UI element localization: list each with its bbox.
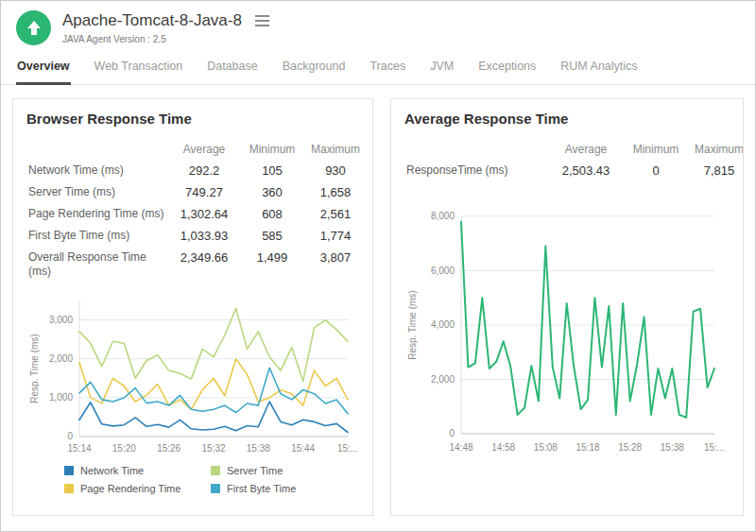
- metric-value: 105: [242, 161, 302, 180]
- metric-value: 2,561: [302, 204, 369, 224]
- table-corner-cell: [404, 140, 546, 159]
- x-tick-label: 15:08: [534, 442, 558, 453]
- x-tick-label: 15:14: [67, 443, 91, 454]
- y-tick-label: 0: [449, 428, 455, 438]
- row-label: Network Time (ms): [26, 161, 166, 180]
- metric-value: 585: [242, 226, 302, 246]
- row-label: Overall Response Time (ms): [26, 248, 166, 282]
- arrow-up-icon: [25, 19, 43, 38]
- browser-metrics-table: AverageMinimumMaximumNetwork Time (ms)29…: [26, 140, 372, 282]
- average-response-chart: 02,0004,0006,0008,00014:4814:5815:0815:1…: [404, 203, 728, 456]
- column-header: Maximum: [302, 140, 369, 159]
- x-tick-label: 15:32: [201, 443, 225, 454]
- y-tick-label: 3,000: [49, 315, 73, 325]
- y-tick-label: 1,000: [49, 392, 73, 403]
- metric-value: 749.27: [166, 182, 242, 202]
- browser-panel-title: Browser Response Time: [26, 111, 372, 127]
- x-tick-label: 14:48: [449, 442, 472, 453]
- page-title: Apache-Tomcat-8-Java-8: [62, 11, 242, 30]
- legend-label: First Byte Time: [227, 483, 296, 494]
- legend-swatch: [211, 466, 220, 475]
- metric-value: 1,658: [302, 182, 369, 202]
- tab-bar: OverviewWeb TransactionDatabaseBackgroun…: [1, 51, 755, 85]
- metric-value: 2,503.43: [546, 161, 626, 180]
- average-response-panel: Average Response Time AverageMinimumMaxi…: [390, 98, 744, 516]
- metric-value: 292.2: [166, 161, 242, 180]
- x-tick-label: 15:38: [247, 443, 270, 454]
- status-up-icon[interactable]: [16, 10, 51, 45]
- y-axis-label: Resp. Time (ms): [407, 290, 418, 359]
- metric-value: 608: [242, 204, 302, 224]
- row-label: Server Time (ms): [26, 182, 166, 202]
- tab-web-transaction[interactable]: Web Transaction: [94, 51, 184, 85]
- column-header: Minimum: [242, 140, 302, 159]
- tab-database[interactable]: Database: [206, 51, 259, 85]
- header-text: Apache-Tomcat-8-Java-8 JAVA Agent Versio…: [62, 10, 271, 44]
- series-line-first-byte-time: [79, 368, 348, 414]
- tab-jvm[interactable]: JVM: [429, 51, 455, 85]
- average-panel-title: Average Response Time: [404, 111, 743, 127]
- table-corner-cell: [26, 140, 166, 159]
- series-line-server-time: [79, 308, 348, 381]
- x-tick-label: 15:38: [661, 442, 684, 453]
- legend-item-server-time[interactable]: Server Time: [211, 465, 357, 476]
- x-tick-label: 15:18: [576, 442, 599, 453]
- metric-value: 0: [626, 161, 686, 180]
- metric-value: 360: [242, 182, 302, 202]
- tab-rum-analytics[interactable]: RUM Analytics: [559, 51, 638, 85]
- metric-value: 1,774: [302, 226, 369, 246]
- app-window: Apache-Tomcat-8-Java-8 JAVA Agent Versio…: [0, 0, 756, 532]
- metric-value: 7,815: [686, 161, 744, 180]
- content-area: Browser Response Time AverageMinimumMaxi…: [1, 85, 755, 531]
- column-header: Minimum: [626, 140, 686, 159]
- series-line-responsetime: [461, 222, 714, 418]
- browser-chart-legend: Network TimeServer TimePage Rendering Ti…: [64, 465, 372, 494]
- metric-value: 1,033.93: [166, 226, 242, 246]
- row-label: Page Rendering Time (ms): [26, 204, 166, 224]
- y-tick-label: 0: [67, 431, 73, 441]
- tab-exceptions[interactable]: Exceptions: [477, 51, 537, 85]
- header: Apache-Tomcat-8-Java-8 JAVA Agent Versio…: [1, 1, 755, 51]
- legend-item-first-byte-time[interactable]: First Byte Time: [211, 483, 357, 494]
- x-tick-label: 15:44: [291, 443, 315, 454]
- browser-chart-wrap: 01,0002,0003,00015:1415:2015:2615:3215:3…: [26, 289, 372, 457]
- series-line-network-time: [79, 402, 348, 433]
- column-header: Maximum: [686, 140, 744, 159]
- average-chart-wrap: 02,0004,0006,0008,00014:4814:5815:0815:1…: [404, 203, 743, 456]
- y-axis-label: Resp. Time (ms): [29, 334, 40, 403]
- tab-traces[interactable]: Traces: [369, 51, 406, 85]
- legend-label: Network Time: [80, 465, 144, 476]
- x-tick-label: 15:28: [618, 442, 642, 453]
- column-header: Average: [166, 140, 242, 159]
- x-tick-label: 15:26: [157, 443, 180, 454]
- y-tick-label: 6,000: [431, 266, 455, 276]
- tab-overview[interactable]: Overview: [16, 51, 71, 85]
- browser-response-panel: Browser Response Time AverageMinimumMaxi…: [12, 98, 373, 516]
- legend-swatch: [64, 484, 74, 493]
- metric-value: 2,349.66: [166, 248, 242, 282]
- legend-label: Server Time: [227, 465, 283, 476]
- x-tick-label: 15:20: [112, 443, 136, 454]
- x-tick-label: 14:58: [491, 442, 515, 453]
- browser-response-chart: 01,0002,0003,00015:1415:2015:2615:3215:3…: [26, 289, 359, 457]
- hamburger-menu-icon[interactable]: [253, 13, 271, 28]
- row-label: ResponseTime (ms): [404, 161, 546, 180]
- tab-background[interactable]: Background: [282, 51, 347, 85]
- legend-item-network-time[interactable]: Network Time: [64, 465, 211, 476]
- series-line-page-rendering-time: [79, 359, 348, 410]
- legend-label: Page Rendering Time: [80, 483, 180, 494]
- column-header: Average: [546, 140, 626, 159]
- x-tick-label: 15:...: [337, 443, 358, 454]
- y-tick-label: 4,000: [431, 319, 455, 330]
- legend-swatch: [64, 466, 74, 475]
- metric-value: 3,807: [302, 248, 369, 282]
- legend-item-page-rendering-time[interactable]: Page Rendering Time: [64, 483, 211, 494]
- x-tick-label: 15:...: [704, 442, 725, 453]
- y-tick-label: 8,000: [431, 211, 455, 221]
- agent-version-label: JAVA Agent Version : 2.5: [62, 34, 271, 44]
- y-tick-label: 2,000: [49, 353, 73, 364]
- y-tick-label: 2,000: [431, 374, 455, 385]
- metric-value: 1,499: [242, 248, 302, 282]
- average-metrics-table: AverageMinimumMaximumResponseTime (ms)2,…: [404, 140, 743, 180]
- legend-swatch: [211, 484, 220, 493]
